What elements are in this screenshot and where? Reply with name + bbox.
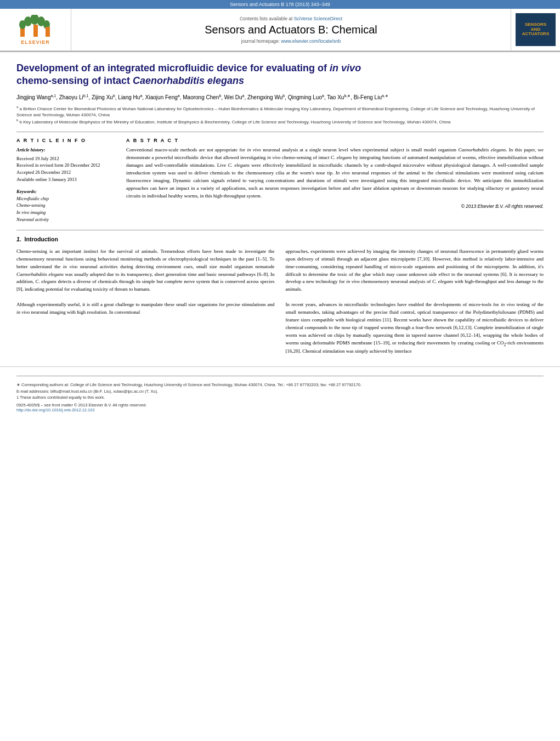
journal-homepage: journal homepage: www.elsevier.com/locat… [241,38,341,44]
footer-notes: ∗ Corresponding authors at: College of L… [16,382,544,400]
affiliation-a: a a Britton Chance Center for Biomedical… [16,105,544,118]
divider-2 [16,230,544,230]
svg-rect-7 [46,27,50,37]
keyword-1: Microfluidic chip [16,195,115,202]
intro-col2: approaches, experiments were achieved by… [286,248,544,356]
contents-line: Contents lists available at SciVerse Sci… [240,16,342,21]
affiliation-b: b b Key Laboratory of Molecular Biophysi… [16,118,544,125]
volume-info: Sensors and Actuators B 178 (2013) 343–3… [230,2,330,7]
body-two-col: Chemo-sensing is an important instinct f… [16,248,544,356]
received-revised-date: Received in revised form 20 December 201… [16,162,115,169]
svg-rect-6 [33,25,38,37]
page-container: Sensors and Actuators B 178 (2013) 343–3… [0,0,560,741]
divider-1 [16,132,544,132]
journal-badge: SENSORS AND ACTUATORS [511,9,560,50]
abstract-text: Conventional macro-scale methods are not… [126,146,544,200]
introduction-section: 1. Introduction Chemo-sensing is an impo… [16,236,544,356]
abstract-column: A B S T R A C T Conventional macro-scale… [126,138,544,223]
article-info-abstract: A R T I C L E I N F O Article history: R… [16,138,544,223]
footer-copyright: 0925-4005/$ – see front matter © 2013 El… [16,403,544,408]
authors-line: Jingjing Wanga,1, Zhaoyu Lib,1, Zijing X… [16,93,544,101]
article-info-column: A R T I C L E I N F O Article history: R… [16,138,115,223]
journal-volume-bar: Sensors and Actuators B 178 (2013) 343–3… [0,0,560,9]
abstract-heading: A B S T R A C T [126,138,544,143]
section-title-intro: 1. Introduction [16,236,544,242]
elsevier-tree-icon [19,15,52,39]
footer-copyright-area: 0925-4005/$ – see front matter © 2013 El… [16,403,544,412]
doi-link[interactable]: http://dx.doi.org/10.1016/j.snb.2012.12.… [16,408,95,412]
available-date: Available online 3 January 2013 [16,176,115,183]
footer-area: ∗ Corresponding authors at: College of L… [0,366,560,412]
badge-box: SENSORS AND ACTUATORS [516,13,556,46]
keywords-section: Keywords: Microfluidic chip Chemo-sensin… [16,189,115,223]
keyword-3: In vivo imaging [16,209,115,216]
article-info-heading: A R T I C L E I N F O [16,138,115,143]
section-num: 1. [16,236,21,242]
main-content: Development of an integrated microfluidi… [0,52,560,366]
elsevier-logo-area: ELSEVIER [0,9,71,50]
header-main: ELSEVIER Contents lists available at Sci… [0,9,560,51]
elsevier-wordmark: ELSEVIER [21,39,50,45]
email-note: E-mail addresses: blfiu@mail.hust.edu.cn… [16,388,544,394]
article-title: Development of an integrated microfluidi… [16,62,544,88]
elsevier-logo: ELSEVIER [19,15,52,45]
journal-header: Sensors and Actuators B 178 (2013) 343–3… [0,0,560,52]
section-title-text: Introduction [25,236,58,242]
accepted-date: Accepted 26 December 2012 [16,169,115,176]
journal-title-area: Contents lists available at SciVerse Sci… [71,9,511,50]
intro-col1: Chemo-sensing is an important instinct f… [16,248,275,356]
keywords-label: Keywords: [16,189,115,194]
corresponding-note: ∗ Corresponding authors at: College of L… [16,382,544,388]
footer-divider [16,376,544,376]
footnote-1: 1 These authors contributed equally to t… [16,394,544,400]
history-label: Article history: [16,146,115,154]
copyright-line: © 2013 Elsevier B.V. All rights reserved… [126,203,544,209]
keyword-4: Neuronal activity [16,216,115,223]
affiliations: a a Britton Chance Center for Biomedical… [16,105,544,125]
article-history: Article history: Received 19 July 2012 R… [16,146,115,183]
sciverse-link[interactable]: SciVerse ScienceDirect [294,16,342,21]
received-date: Received 19 July 2012 [16,155,115,162]
badge-title-3: ACTUATORS [522,32,549,37]
keyword-2: Chemo-sensing [16,202,115,209]
journal-name: Sensors and Actuators B: Chemical [205,24,377,36]
journal-homepage-link[interactable]: www.elsevier.com/locate/snb [281,38,341,44]
